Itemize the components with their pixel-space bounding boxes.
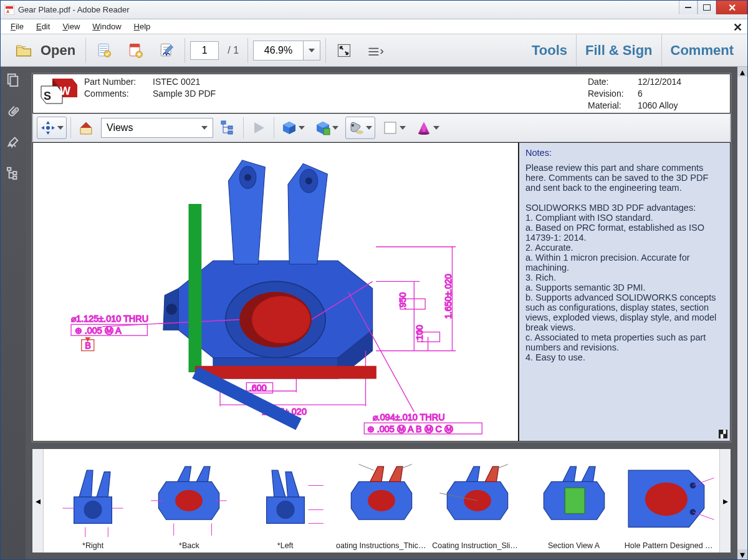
adobe-reader-icon: A [4,5,14,15]
svg-marker-21 [41,126,44,130]
notes-body1: Please review this part and share commen… [525,163,724,193]
pdf-page: S W Part Number:ISTEC 0021 Comments:Samp… [32,73,731,442]
svg-line-75 [195,372,299,424]
tab-tools[interactable]: Tools [523,34,576,67]
svg-rect-24 [221,121,226,124]
rotate-tool-button[interactable] [37,117,67,139]
menu-edit[interactable]: Edit [30,22,56,31]
tab-comment[interactable]: Comment [661,34,742,67]
svg-point-95 [276,501,294,519]
create-pdf-button[interactable] [122,39,148,62]
thumb-left[interactable]: *Left [240,461,331,550]
tab-fill-sign[interactable]: Fill & Sign [576,34,661,67]
thumb-hole-pattern[interactable]: Hole Pattern Designed View [625,461,716,550]
page-number-input[interactable] [190,41,219,60]
svg-point-102 [368,490,395,511]
notes-l3: 3. Rich. [525,273,724,282]
open-label: Open [41,42,75,59]
notes-l3c: c. Associated to meta properties such as… [525,332,724,352]
svg-point-37 [418,132,429,135]
attachments-icon[interactable] [5,103,21,119]
background-color-button[interactable] [379,117,409,139]
svg-marker-94 [285,472,299,497]
views-label: Views [107,122,133,133]
notes-l3a: a. Supports semantic 3D PMI. [525,282,724,292]
svg-marker-27 [254,122,264,133]
svg-point-117 [689,483,696,489]
lighting-button[interactable] [345,117,375,139]
svg-marker-20 [46,132,50,135]
thumb-back[interactable]: *Back [143,461,234,550]
svg-marker-19 [46,121,50,124]
value-date: 12/12/2014 [638,77,725,87]
svg-rect-112 [565,488,585,513]
svg-marker-77 [79,470,93,497]
vertical-scrollbar[interactable]: ▴ ▾ [737,67,747,559]
sign-button[interactable] [153,39,180,62]
svg-marker-85 [178,466,191,481]
notes-header: Notes: [525,148,724,158]
svg-rect-11 [7,168,11,171]
thumb-right[interactable]: *Right [47,461,138,550]
thumb-hole-pattern-label: Hole Pattern Designed View [625,541,716,550]
close-button[interactable]: ✕ [716,1,747,14]
app-window: A Gear Plate.pdf - Adobe Reader ✕ File E… [0,0,748,560]
notes-l2: 2. Accurate. [525,243,724,253]
titlebar[interactable]: A Gear Plate.pdf - Adobe Reader ✕ [1,1,747,19]
notes-l3b: b. Supports advanced SOLIDWORKS concepts… [525,292,724,332]
play-animation-button[interactable] [247,117,270,139]
maximize-button[interactable] [698,1,716,14]
svg-marker-100 [370,466,384,481]
svg-rect-8 [338,44,350,56]
value-comments: Sample 3D PDF [153,89,252,99]
expand-notes-button[interactable]: ▞ [719,430,727,438]
window-buttons: ✕ [679,1,747,14]
close-document-icon[interactable]: ✕ [733,21,742,34]
open-file-button[interactable] [11,39,37,62]
view-thumbnails-strip: ◂ *Right *Back *Left [32,448,731,553]
notes-l2a: a. Within 1 micron precision. Accurate f… [525,253,724,273]
thumb-coating-slim[interactable]: Coating Instruction_Slim_Arm [432,461,523,550]
page-thumbnails-icon[interactable] [5,72,21,88]
menu-window[interactable]: Window [86,22,127,31]
signatures-icon[interactable] [5,134,21,150]
svg-rect-12 [13,171,17,175]
thumb-section-a[interactable]: Section View A [529,461,620,550]
metadata-header: S W Part Number:ISTEC 0021 Comments:Samp… [32,74,731,113]
render-mode-button[interactable] [312,117,342,139]
svg-line-103 [358,465,373,471]
value-part-number: ISTEC 0021 [153,77,252,87]
label-date: Date: [588,77,638,87]
convert-pdf-button[interactable] [91,39,117,62]
model-tree-icon[interactable] [5,165,21,181]
label-material: Material: [588,100,638,110]
thumb-coating-thick[interactable]: oating Instructions_Thick Ar [336,461,427,550]
svg-point-116 [645,483,688,516]
axis-triad-icon [37,142,519,437]
svg-point-79 [84,501,102,519]
menu-file[interactable]: File [4,22,30,31]
read-mode-button[interactable] [362,39,388,62]
zoom-input[interactable] [253,41,303,60]
notes-l4: 4. Easy to use. [525,352,724,362]
views-dropdown[interactable]: Views [101,118,213,138]
menu-view[interactable]: View [56,22,86,31]
projection-button[interactable] [278,117,308,139]
svg-rect-25 [228,126,233,129]
thumbs-next-button[interactable]: ▸ [719,449,731,553]
zoom-dropdown[interactable] [303,41,320,60]
thumbs-prev-button[interactable]: ◂ [32,449,44,553]
svg-rect-13 [13,176,17,180]
svg-point-23 [46,126,50,130]
svg-marker-22 [52,126,55,130]
notes-l1: 1. Compliant with ISO standard. [525,213,724,223]
page-count: / 1 [224,45,242,56]
cross-section-button[interactable] [413,117,443,139]
viewport-3d[interactable]: ⌀1.125±.010 THRU ⊕ .005 Ⓜ A B [32,142,519,442]
label-revision: Revision: [588,89,638,99]
menu-help[interactable]: Help [128,22,157,31]
home-view-button[interactable] [75,117,97,139]
minimize-button[interactable] [679,1,698,14]
fit-page-button[interactable] [331,39,357,62]
model-tree-button[interactable] [217,117,239,139]
